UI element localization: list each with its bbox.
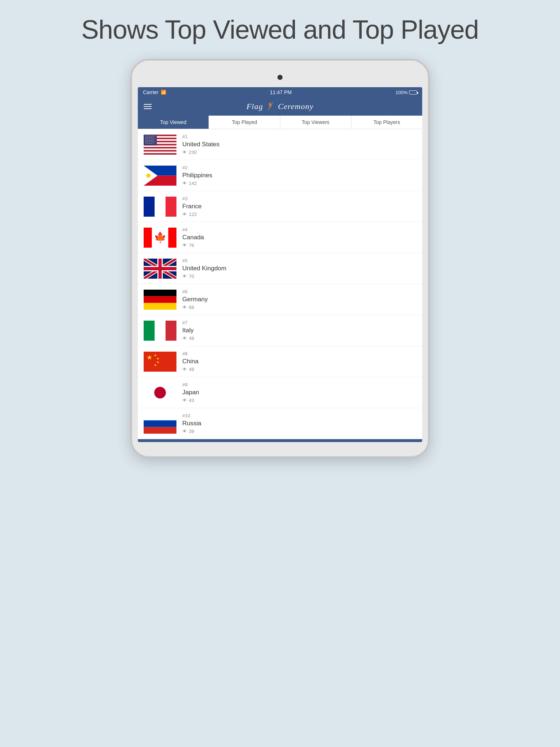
eye-icon: 👁: [182, 305, 187, 310]
svg-rect-39: [155, 321, 166, 341]
item-info: #7 Italy 👁 48: [182, 320, 194, 341]
svg-text:🍁: 🍁: [154, 231, 167, 243]
flag-it: [144, 320, 176, 341]
item-name: United States: [182, 141, 219, 148]
flag-gb: [144, 258, 176, 279]
tab-top-viewed[interactable]: Top Viewed: [138, 116, 209, 129]
list-item[interactable]: ★ ★ ★ ★ ★ #8 China 👁 48: [138, 346, 422, 377]
list-item[interactable]: #9 Japan 👁 43: [138, 377, 422, 408]
item-count: 👁 48: [182, 336, 194, 341]
item-count: 👁 76: [182, 243, 204, 248]
count-value: 43: [189, 398, 194, 403]
svg-rect-51: [144, 427, 176, 433]
hamburger-line-1: [144, 104, 152, 105]
count-value: 68: [189, 305, 194, 310]
tab-top-played[interactable]: Top Played: [209, 116, 280, 129]
item-count: 👁 43: [182, 398, 199, 403]
eye-icon: 👁: [182, 367, 187, 372]
count-value: 230: [189, 150, 197, 155]
svg-text:★: ★: [156, 360, 159, 364]
svg-rect-20: [155, 197, 166, 217]
svg-rect-40: [166, 321, 176, 341]
svg-rect-38: [144, 321, 155, 341]
tablet-frame: Carrier 📶 11:47 PM 100% Flag 🏌 Cerem: [131, 59, 429, 458]
item-rank: #5: [182, 258, 226, 263]
hamburger-line-3: [144, 108, 152, 109]
item-count: 👁 68: [182, 305, 208, 310]
status-time: 11:47 PM: [270, 89, 292, 95]
wifi-icon: 📶: [161, 90, 166, 95]
item-rank: #3: [182, 196, 202, 201]
svg-text:☀: ☀: [147, 174, 150, 177]
page-title: Shows Top Viewed and Top Played: [81, 15, 479, 44]
item-rank: #7: [182, 320, 194, 325]
item-name: France: [182, 203, 202, 210]
eye-icon: 👁: [182, 429, 187, 434]
svg-rect-23: [144, 228, 152, 248]
tab-top-viewers[interactable]: Top Viewers: [280, 116, 351, 129]
country-list: ★ ★ ★ ★ ★ ★ ★ ★ ★ ★ ★ ★ ★ ★ ★ ★ ★ ★ ★ ★ …: [138, 129, 422, 439]
tab-top-players[interactable]: Top Players: [351, 116, 422, 129]
status-left: Carrier 📶: [143, 89, 166, 95]
item-info: #5 United Kingdom 👁 70: [182, 258, 226, 279]
item-count: 👁 39: [182, 429, 201, 434]
battery-icon: [409, 90, 417, 94]
item-info: #8 China 👁 48: [182, 351, 198, 372]
svg-text:★: ★: [156, 357, 159, 360]
tablet-screen: Carrier 📶 11:47 PM 100% Flag 🏌 Cerem: [138, 87, 422, 442]
svg-point-48: [154, 387, 166, 398]
svg-rect-4: [144, 145, 176, 147]
count-value: 48: [189, 367, 194, 372]
list-item[interactable]: ★ ★ ★ ★ ★ ★ ★ ★ ★ ★ ★ ★ ★ ★ ★ ★ ★ ★ ★ ★ …: [138, 129, 422, 160]
eye-icon: 👁: [182, 336, 187, 341]
item-rank: #2: [182, 165, 212, 170]
item-info: #1 United States 👁 230: [182, 134, 219, 155]
flag-cn: ★ ★ ★ ★ ★: [144, 351, 176, 372]
flag-ca: 🍁: [144, 227, 176, 248]
app-title-flag: Flag: [246, 102, 263, 111]
flag-fr: [144, 196, 176, 217]
item-info: #2 Philippines 👁 142: [182, 165, 212, 186]
list-item[interactable]: 🍁 #4 Canada 👁 76: [138, 222, 422, 253]
item-count: 👁 70: [182, 274, 226, 279]
eye-icon: 👁: [182, 150, 187, 155]
status-bar: Carrier 📶 11:47 PM 100%: [138, 87, 422, 97]
svg-rect-35: [144, 290, 176, 296]
item-name: Japan: [182, 389, 199, 396]
list-item[interactable]: #5 United Kingdom 👁 70: [138, 253, 422, 284]
svg-rect-50: [144, 420, 176, 427]
eye-icon: 👁: [182, 243, 187, 248]
status-right: 100%: [396, 90, 417, 95]
hamburger-line-2: [144, 106, 152, 107]
count-value: 48: [189, 336, 194, 341]
eye-icon: 👁: [182, 181, 187, 186]
list-item[interactable]: #10 Russia 👁 39: [138, 408, 422, 439]
item-rank: #8: [182, 351, 198, 356]
item-info: #9 Japan 👁 43: [182, 382, 199, 403]
svg-text:★: ★: [147, 354, 152, 361]
item-name: Canada: [182, 234, 204, 241]
list-item[interactable]: #7 Italy 👁 48: [138, 315, 422, 346]
item-info: #3 France 👁 122: [182, 196, 202, 217]
item-count: 👁 230: [182, 150, 219, 155]
list-item[interactable]: ☀ #2 Philippines 👁 142: [138, 160, 422, 191]
item-name: Germany: [182, 296, 208, 303]
battery-percent: 100%: [396, 90, 408, 95]
list-item[interactable]: #3 France 👁 122: [138, 191, 422, 222]
menu-button[interactable]: [144, 104, 152, 109]
app-title-ceremony: Ceremony: [278, 102, 314, 111]
list-item[interactable]: #6 Germany 👁 68: [138, 284, 422, 315]
item-rank: #9: [182, 382, 199, 387]
nav-bar: Flag 🏌 Ceremony: [138, 97, 422, 116]
svg-text:★ ★ ★ ★ ★: ★ ★ ★ ★ ★: [145, 142, 154, 144]
item-info: #4 Canada 👁 76: [182, 227, 204, 248]
item-name: Philippines: [182, 172, 212, 179]
item-info: #6 Germany 👁 68: [182, 289, 208, 310]
item-count: 👁 122: [182, 212, 202, 217]
count-value: 122: [189, 212, 197, 217]
eye-icon: 👁: [182, 274, 187, 279]
svg-rect-6: [144, 151, 176, 153]
item-rank: #6: [182, 289, 208, 294]
svg-text:★: ★: [154, 363, 157, 367]
svg-rect-5: [144, 148, 176, 150]
